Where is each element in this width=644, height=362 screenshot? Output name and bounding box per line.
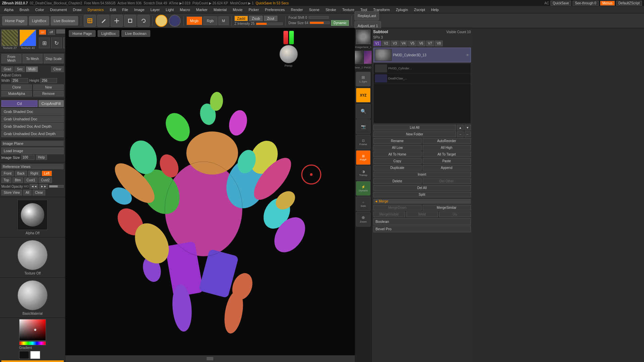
color-thumb[interactable] [19, 29, 36, 46]
merge-similar-button[interactable]: MergeSimilar [423, 205, 471, 210]
switch-color-button[interactable]: SwitchColor [1, 360, 64, 362]
rename-button[interactable]: Rename [373, 138, 422, 144]
scale-button[interactable] [124, 15, 136, 27]
store-view-button[interactable]: Store View [1, 190, 22, 195]
menu-brush[interactable]: Brush [17, 7, 32, 12]
flip-h-icon[interactable]: ↔ [63, 38, 65, 48]
zcut-button[interactable]: Zcut [264, 16, 277, 21]
cust1-button[interactable]: Cust1 [24, 177, 38, 183]
merge-header[interactable]: ◄ Merge [373, 199, 471, 204]
folder-arrow-left[interactable]: ← [465, 131, 471, 137]
boolean-button[interactable]: Boolean [373, 218, 471, 225]
menu-macro[interactable]: Macro [177, 7, 193, 12]
to-mesh-button[interactable]: To Mesh [22, 54, 43, 63]
v1-button[interactable]: V1 [373, 41, 381, 46]
all-to-home-button[interactable]: All To Home [373, 152, 422, 157]
make-alpha-button[interactable]: MakeAlpha [1, 91, 32, 97]
v2-button[interactable]: V2 [382, 41, 390, 46]
subtool-list-item-2[interactable]: DeathClaw_... [374, 73, 471, 83]
cd-button[interactable]: Cd [1, 100, 38, 107]
from-mesh-button[interactable]: From Mesh [1, 54, 21, 63]
bevel-pro-button[interactable]: Bevel Pro [373, 226, 471, 232]
black-swatch[interactable] [19, 351, 29, 359]
grab-shaded-button[interactable]: Grab Shaded Doc [1, 108, 64, 115]
del-all-button[interactable]: Del All [373, 185, 471, 191]
solo-button[interactable]: ○ Solo [356, 196, 371, 211]
menu-help[interactable]: Help [428, 7, 441, 12]
pm3d-thumb-1[interactable] [356, 30, 370, 44]
menu-document[interactable]: Document [47, 7, 69, 12]
folder-arrow-right[interactable]: → [457, 131, 464, 137]
menu-draw[interactable]: Draw [70, 7, 84, 12]
v5-button[interactable]: V5 [408, 41, 416, 46]
live-boolean-button[interactable]: Live Boolean [51, 16, 78, 25]
menu-zplugin[interactable]: Zplugin [393, 7, 411, 12]
v7-button[interactable]: V7 [426, 41, 434, 46]
front-button[interactable]: Front [1, 171, 14, 176]
all-low-button[interactable]: All Low [373, 145, 422, 150]
search-button[interactable]: 🔍 [356, 104, 371, 119]
menu-scene[interactable]: Scene [306, 7, 322, 12]
m-button[interactable]: M [218, 16, 229, 25]
gizmo-head[interactable] [279, 45, 298, 63]
insert-button[interactable]: Insert [373, 172, 471, 177]
mo-inc-button[interactable]: ►► [39, 184, 48, 189]
color-circle-1[interactable] [155, 15, 167, 27]
duplicate-button[interactable]: Duplicate [373, 165, 422, 171]
clone-button[interactable]: Clone [1, 84, 32, 90]
copy-button[interactable]: Copy [373, 158, 422, 164]
opacity-slider[interactable] [49, 185, 64, 188]
lightbox-button[interactable]: LightBox [29, 16, 49, 25]
clear-button[interactable]: Clear [51, 66, 64, 72]
rotate-button[interactable] [138, 15, 150, 27]
mo-dec-button[interactable]: ◄◄ [30, 184, 38, 189]
color-circle-2[interactable] [169, 15, 181, 27]
zsub-button[interactable]: Zsub [249, 16, 263, 21]
delete-button[interactable]: Delete [373, 178, 422, 184]
transp-button[interactable]: ◑ Transp [356, 166, 371, 180]
default-script-button[interactable]: DefaultZScript [616, 1, 642, 6]
split-button[interactable]: Split [373, 192, 471, 197]
right-button[interactable]: Right [28, 171, 41, 176]
merge-visible-button[interactable]: MergeVisible [373, 212, 405, 217]
color-picker-square[interactable] [19, 319, 46, 341]
sec-button[interactable]: Sec [14, 66, 25, 72]
polyf-button[interactable]: ⊞ PolyF [356, 150, 371, 165]
menu-alpha[interactable]: Alpha [1, 7, 16, 12]
subtool-item-active[interactable]: PM3D_Cylinder3D_13 👁 [373, 48, 471, 62]
dynamic-nav-button[interactable]: ⚡ Dynami [356, 181, 371, 196]
canvas-resize-handle[interactable] [207, 357, 213, 360]
uu-button[interactable]: Uu [439, 212, 471, 217]
move-button[interactable] [111, 15, 123, 27]
layer-icon[interactable]: ⊞ [39, 38, 50, 48]
list-arrow-up[interactable]: ▲ [457, 125, 464, 130]
off-button[interactable]: off [48, 29, 55, 35]
multi-button[interactable]: Multi [26, 66, 38, 72]
list-arrow-down[interactable]: ▼ [465, 125, 471, 130]
new-button[interactable]: New [33, 84, 64, 90]
quicksave-button[interactable]: QuickSave [550, 1, 571, 6]
menu-edit[interactable]: Edit [107, 7, 119, 12]
replay-last-button[interactable]: ReplayLast [355, 11, 379, 20]
disp-scale-button[interactable]: Disp Scale [44, 54, 64, 63]
v8-button[interactable]: V8 [435, 41, 443, 46]
list-all-button[interactable]: List All [373, 125, 456, 130]
menu-layer[interactable]: Layer [148, 7, 163, 12]
all-to-target-button[interactable]: All To Target [423, 152, 471, 157]
imagerlane-2-thumb[interactable] [355, 51, 363, 64]
lsym-button[interactable]: ⊞ L.Sym [356, 72, 371, 86]
v3-button[interactable]: V3 [391, 41, 399, 46]
canvas-home-button[interactable]: Home Page [69, 30, 96, 37]
crop-fill-button[interactable]: CropAndFill [39, 100, 64, 107]
mrgb-button[interactable]: Mrgb [186, 16, 202, 25]
white-swatch[interactable] [30, 351, 40, 359]
load-image-button[interactable]: Load Image [1, 147, 64, 154]
weld-button[interactable]: Weld [406, 212, 438, 217]
color-hue-bar[interactable] [19, 341, 46, 345]
paste-button[interactable]: Paste [423, 158, 471, 164]
focal-slider[interactable] [309, 16, 329, 19]
zadd-button[interactable]: Zadd [234, 16, 248, 21]
edit-button[interactable] [84, 15, 96, 27]
dynamic-button[interactable]: Dynamic [331, 20, 349, 26]
new-folder-button[interactable]: New Folder [373, 131, 456, 137]
